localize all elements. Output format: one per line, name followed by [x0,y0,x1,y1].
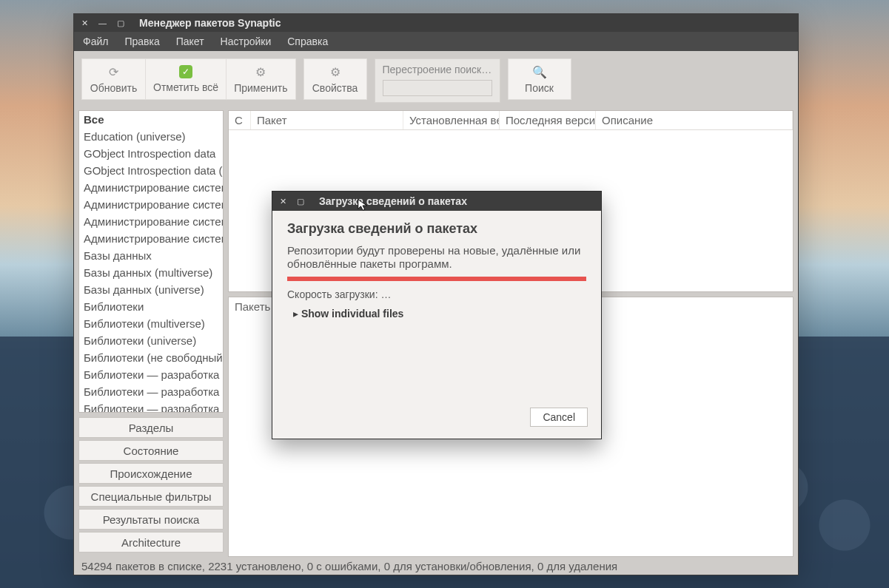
category-item[interactable]: Библиотеки — разработка [79,366,223,383]
mark-all-label: Отметить всё [153,81,218,93]
category-item[interactable]: Библиотеки (не свободный [79,349,223,366]
col-description[interactable]: Описание [596,111,793,129]
apply-icon: ⚙ [255,65,266,79]
reload-icon: ⟳ [109,65,118,79]
filter-search-results[interactable]: Результаты поиска [78,509,224,530]
menubar: Файл Правка Пакет Настройки Справка [74,32,798,51]
minimize-icon[interactable]: — [98,18,107,27]
menu-edit[interactable]: Правка [124,36,159,47]
properties-label: Свойства [312,82,358,94]
maximize-icon[interactable]: ▢ [117,18,124,28]
category-item[interactable]: Базы данных (universe) [79,281,223,298]
category-list[interactable]: Все Education (universe) GObject Introsp… [78,110,224,413]
search-rebuild-field[interactable] [383,80,492,96]
filter-origin[interactable]: Происхождение [78,463,224,484]
left-pane: Все Education (universe) GObject Introsp… [78,110,224,557]
properties-button[interactable]: ⚙ Свойства [303,58,367,100]
progress-bar [287,277,586,281]
apply-button[interactable]: ⚙ Применить [226,58,295,100]
mark-all-button[interactable]: ✓ Отметить всё [145,58,226,100]
cancel-button[interactable]: Cancel [530,408,588,427]
category-item[interactable]: Администрирование систем [79,179,223,196]
category-item[interactable]: Библиотеки (multiverse) [79,315,223,332]
mark-all-icon: ✓ [179,65,192,78]
col-latest[interactable]: Последняя верси [500,111,596,129]
dialog-title: Загрузка сведений о пакетах [319,195,467,207]
category-item[interactable]: GObject Introspection data [79,145,223,162]
panel-label: Пакеть [235,300,270,313]
category-item[interactable]: Библиотеки — разработка ( [79,383,223,400]
window-title: Менеджер пакетов Synaptic [139,17,281,29]
table-header-row: С Пакет Установленная ве Последняя верси… [229,111,793,130]
menu-settings[interactable]: Настройки [221,36,272,47]
filter-status[interactable]: Состояние [78,440,224,461]
reload-label: Обновить [90,82,137,94]
status-text: 54294 пакетов в списке, 2231 установлено… [81,560,617,572]
search-rebuild-label: Перестроение поиск… [383,64,492,75]
download-speed: Скорость загрузки: … [287,288,586,300]
category-item[interactable]: Библиотеки [79,298,223,315]
apply-label: Применить [234,82,287,94]
close-icon[interactable]: ✕ [81,18,88,28]
category-item[interactable]: Education (universe) [79,128,223,145]
titlebar[interactable]: ✕ — ▢ Менеджер пакетов Synaptic [74,14,798,32]
category-item[interactable]: Администрирование систем [79,230,223,247]
category-item[interactable]: Администрирование систем [79,213,223,230]
search-button[interactable]: 🔍 Поиск [508,58,571,100]
reload-button[interactable]: ⟳ Обновить [81,58,145,100]
category-item[interactable]: Администрирование систем [79,196,223,213]
category-item[interactable]: Базы данных (multiverse) [79,264,223,281]
dialog-close-icon[interactable]: ✕ [280,197,286,206]
col-status[interactable]: С [229,111,251,129]
dialog-titlebar[interactable]: ✕ ▢ Загрузка сведений о пакетах [272,192,601,211]
menu-package[interactable]: Пакет [176,36,204,47]
status-bar: 54294 пакетов в списке, 2231 установлено… [74,557,798,575]
col-installed[interactable]: Установленная ве [403,111,500,129]
dialog-message: Репозитории будут проверены на новые, уд… [287,244,586,271]
download-dialog: ✕ ▢ Загрузка сведений о пакетах Загрузка… [272,191,602,439]
search-label: Поиск [525,82,554,94]
category-item[interactable]: Базы данных [79,247,223,264]
dialog-maximize-icon[interactable]: ▢ [297,197,304,206]
category-item[interactable]: Библиотеки (universe) [79,332,223,349]
expand-files-toggle[interactable]: Show individual files [287,308,586,320]
toolbar: ⟳ Обновить ✓ Отметить всё ⚙ Применить ⚙ … [74,51,798,110]
category-item[interactable]: Все [79,111,223,128]
category-item[interactable]: Библиотеки — разработка ( [79,400,223,413]
search-icon: 🔍 [532,65,547,79]
dialog-heading: Загрузка сведений о пакетах [287,221,586,237]
category-item[interactable]: GObject Introspection data ( [79,162,223,179]
properties-icon: ⚙ [330,65,340,79]
search-rebuild-area: Перестроение поиск… [375,58,500,103]
menu-file[interactable]: Файл [83,36,108,47]
col-package[interactable]: Пакет [251,111,403,129]
filter-sections[interactable]: Разделы [78,417,224,438]
menu-help[interactable]: Справка [287,36,328,47]
filter-architecture[interactable]: Architecture [78,532,224,552]
filter-custom[interactable]: Специальные фильтры [78,486,224,507]
